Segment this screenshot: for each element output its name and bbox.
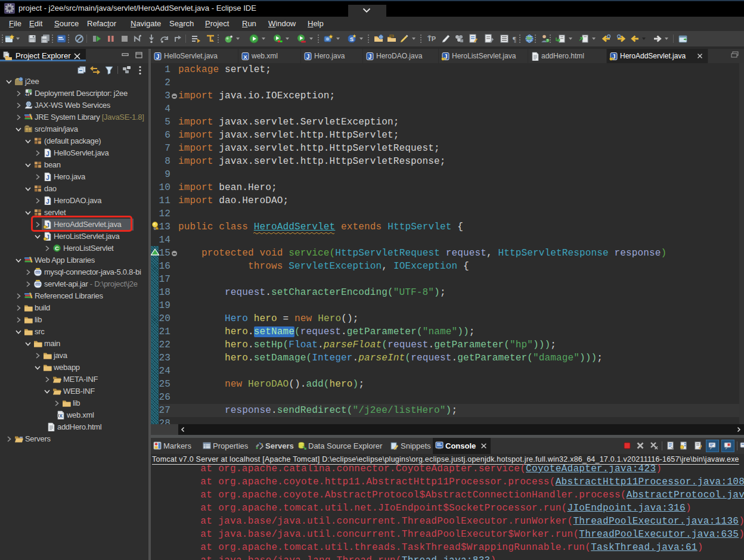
svg-text:J: J xyxy=(46,174,49,181)
svg-text:4.0: 4.0 xyxy=(25,94,29,97)
svg-text:010: 010 xyxy=(36,271,40,273)
svg-text:X: X xyxy=(59,413,63,419)
svg-text:J: J xyxy=(368,54,372,60)
svg-text:J: J xyxy=(156,54,160,60)
svg-text:X: X xyxy=(243,54,247,60)
svg-text:010: 010 xyxy=(36,283,40,285)
svg-text:ŤP: ŤP xyxy=(427,35,436,42)
svg-text:?: ? xyxy=(547,39,548,42)
svg-text:!: ! xyxy=(157,226,158,229)
svg-text:¶: ¶ xyxy=(513,35,516,43)
svg-text:S: S xyxy=(350,36,354,42)
svg-text:C: C xyxy=(55,245,59,251)
svg-text:J: J xyxy=(46,150,49,157)
svg-text:J: J xyxy=(46,198,49,205)
svg-text:J: J xyxy=(306,54,310,60)
